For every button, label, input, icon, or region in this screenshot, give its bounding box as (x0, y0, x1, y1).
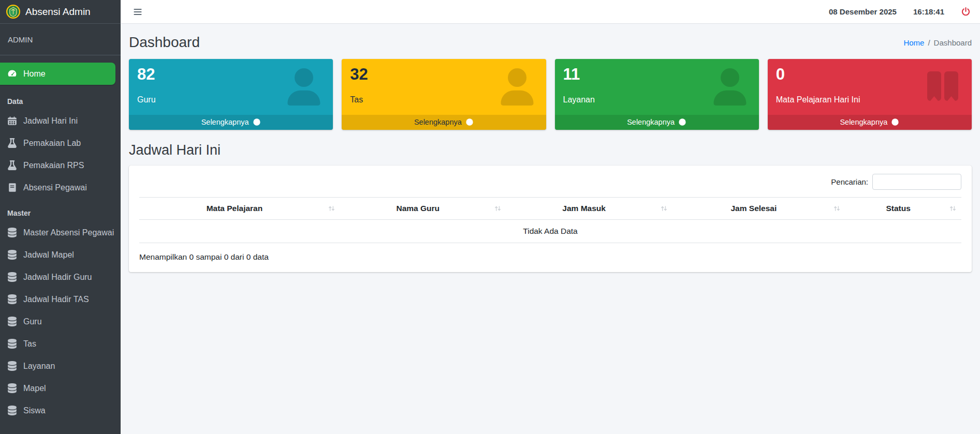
sidebar-item-label: Pemakaian RPS (23, 161, 84, 170)
user-icon (711, 68, 749, 106)
calendar-icon (7, 116, 17, 126)
stat-cards-row: 82 Guru Selengkapnya 32 Tas Selengkapnya (129, 59, 972, 130)
arrow-circle-right-icon (253, 118, 261, 126)
sidebar: Absensi Admin ADMIN Home Data Jadwal Har… (0, 0, 121, 434)
schedule-section-title: Jadwal Hari Ini (129, 142, 972, 158)
sidebar-item-absensi-pegawai[interactable]: Absensi Pegawai (0, 176, 121, 199)
sidebar-item-master-absensi-pegawai[interactable]: Master Absensi Pegawai (0, 221, 121, 244)
sidebar-item-label: Home (23, 69, 46, 79)
arrow-circle-right-icon (678, 118, 686, 126)
sidebar-item-label: Guru (23, 317, 42, 326)
sidebar-item-label: Jadwal Mapel (23, 250, 74, 260)
user-icon (285, 68, 323, 106)
flask-icon (7, 160, 17, 170)
database-icon (7, 383, 17, 393)
database-icon (7, 361, 17, 371)
breadcrumb: Home / Dashboard (903, 38, 972, 47)
database-icon (7, 250, 17, 260)
database-icon (7, 339, 17, 349)
page-title: Dashboard (129, 34, 200, 51)
sidebar-item-siswa[interactable]: Siswa (0, 399, 121, 422)
sidebar-item-guru[interactable]: Guru (0, 310, 121, 333)
more-link-tas[interactable]: Selengkapnya (342, 115, 546, 130)
column-header-jam-selesai[interactable]: Jam Selesai (672, 197, 846, 219)
stat-card-tas: 32 Tas Selengkapnya (342, 59, 546, 130)
user-icon (499, 68, 536, 106)
sidebar-item-jadwal-hadir-tas[interactable]: Jadwal Hadir TAS (0, 288, 121, 310)
journal-icon (7, 183, 17, 192)
sidebar-toggle-icon[interactable] (132, 7, 143, 17)
sidebar-item-label: Master Absensi Pegawai (23, 228, 114, 237)
sort-icon (660, 204, 668, 213)
sidebar-item-jadwal-hadir-guru[interactable]: Jadwal Hadir Guru (0, 266, 121, 288)
schedule-panel: Pencarian: Mata Pelajaran Nama Guru (129, 166, 972, 272)
breadcrumb-separator: / (928, 38, 930, 47)
empty-row: Tidak Ada Data (139, 219, 961, 243)
nav-section-master: Master (0, 199, 121, 221)
sidebar-item-label: Jadwal Hari Ini (23, 116, 78, 126)
breadcrumb-home-link[interactable]: Home (903, 38, 924, 47)
app-logo-icon (6, 5, 20, 19)
column-header-status[interactable]: Status (845, 197, 961, 219)
breadcrumb-current: Dashboard (934, 38, 972, 47)
content-area: Dashboard Home / Dashboard 82 Guru Selen… (121, 24, 980, 434)
more-link-mata-pelajaran[interactable]: Selengkapnya (768, 115, 972, 130)
sort-icon (832, 204, 841, 213)
sidebar-item-pemakaian-rps[interactable]: Pemakaian RPS (0, 154, 121, 176)
sidebar-item-label: Siswa (23, 406, 46, 415)
sidebar-item-label: Layanan (23, 362, 55, 371)
logout-power-icon[interactable] (961, 7, 971, 17)
sidebar-item-label: Mapel (23, 384, 46, 393)
sidebar-item-home[interactable]: Home (0, 63, 115, 85)
table-header-row: Mata Pelajaran Nama Guru Jam Masuk (139, 197, 961, 219)
main-wrapper: 08 Desember 2025 16:18:41 Dashboard Home… (121, 0, 980, 434)
current-date: 08 Desember 2025 (829, 7, 897, 16)
empty-message: Tidak Ada Data (139, 219, 961, 243)
sidebar-item-layanan[interactable]: Layanan (0, 355, 121, 377)
sidebar-item-tas[interactable]: Tas (0, 333, 121, 355)
stat-card-layanan: 11 Layanan Selengkapnya (555, 59, 759, 130)
database-icon (7, 406, 17, 415)
sidebar-item-jadwal-mapel[interactable]: Jadwal Mapel (0, 244, 121, 266)
schedule-table: Mata Pelajaran Nama Guru Jam Masuk (139, 197, 961, 243)
database-icon (7, 228, 17, 237)
more-link-layanan[interactable]: Selengkapnya (555, 115, 759, 130)
sort-icon (327, 204, 336, 213)
search-input[interactable] (872, 174, 961, 190)
arrow-circle-right-icon (891, 118, 899, 126)
column-header-mata-pelajaran[interactable]: Mata Pelajaran (139, 197, 340, 219)
brand[interactable]: Absensi Admin (0, 0, 121, 24)
sidebar-item-label: Pemakaian Lab (23, 139, 81, 148)
user-role-label: ADMIN (8, 35, 33, 44)
sidebar-item-label: Absensi Pegawai (23, 183, 87, 192)
flask-icon (7, 138, 17, 148)
user-panel: ADMIN (0, 24, 121, 55)
tachometer-icon (7, 69, 17, 79)
column-header-nama-guru[interactable]: Nama Guru (340, 197, 506, 219)
sidebar-item-label: Tas (23, 339, 36, 349)
nav-section-data: Data (0, 87, 121, 110)
top-navbar: 08 Desember 2025 16:18:41 (121, 0, 980, 24)
stat-card-mata-pelajaran: 0 Mata Pelajaran Hari Ini Selengkapnya (768, 59, 972, 130)
sort-icon (948, 204, 957, 213)
page-header: Dashboard Home / Dashboard (129, 34, 972, 51)
topbar-right: 08 Desember 2025 16:18:41 (829, 7, 971, 17)
sidebar-nav: Home Data Jadwal Hari Ini Pemakaian Lab … (0, 55, 121, 434)
sidebar-item-jadwal-hari-ini[interactable]: Jadwal Hari Ini (0, 110, 121, 132)
database-icon (7, 317, 17, 326)
more-link-guru[interactable]: Selengkapnya (129, 115, 333, 130)
sort-icon (493, 204, 502, 213)
search-row: Pencarian: (139, 174, 961, 190)
sidebar-item-label: Jadwal Hadir Guru (23, 273, 92, 282)
books-icon (924, 68, 961, 106)
stat-card-guru: 82 Guru Selengkapnya (129, 59, 333, 130)
sidebar-item-mapel[interactable]: Mapel (0, 377, 121, 399)
database-icon (7, 272, 17, 282)
arrow-circle-right-icon (465, 118, 474, 126)
column-header-jam-masuk[interactable]: Jam Masuk (506, 197, 672, 219)
brand-title: Absensi Admin (25, 6, 91, 18)
sidebar-item-pemakaian-lab[interactable]: Pemakaian Lab (0, 132, 121, 154)
sidebar-item-label: Jadwal Hadir TAS (23, 295, 89, 304)
database-icon (7, 294, 17, 304)
table-info-text: Menampilkan 0 sampai 0 dari 0 data (139, 252, 961, 262)
